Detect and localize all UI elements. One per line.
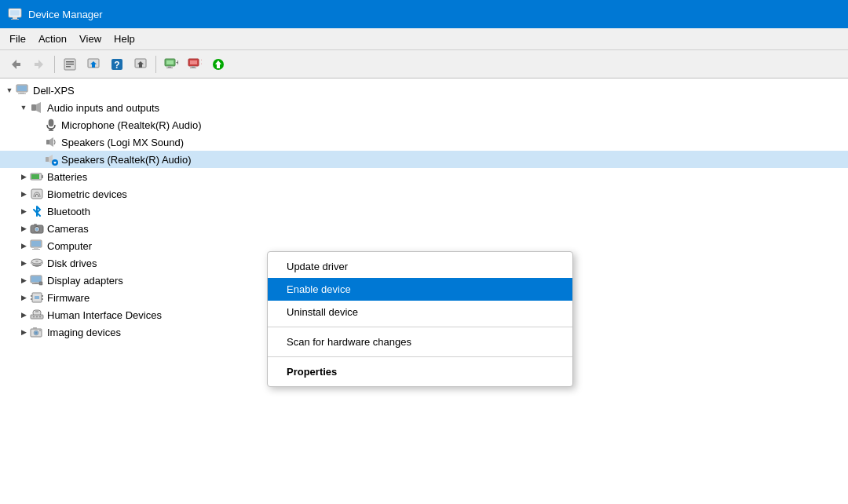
expand-hid[interactable]: ▶ xyxy=(17,309,30,321)
expand-biometric[interactable]: ▶ xyxy=(17,188,30,200)
svg-rect-65 xyxy=(39,282,42,285)
audio-icon xyxy=(30,100,44,115)
svg-rect-71 xyxy=(35,296,39,299)
imaging-label: Imaging devices xyxy=(47,327,121,338)
toolbar-sep-2 xyxy=(155,56,156,73)
svg-rect-20 xyxy=(166,68,173,68)
svg-marker-34 xyxy=(36,102,41,113)
tree-audio-group[interactable]: ▼ Audio inputs and outputs xyxy=(0,99,848,116)
svg-rect-18 xyxy=(166,60,174,64)
svg-point-75 xyxy=(33,316,35,318)
svg-rect-19 xyxy=(168,66,171,68)
svg-rect-7 xyxy=(66,61,74,63)
svg-rect-25 xyxy=(190,68,196,68)
svg-point-50 xyxy=(35,228,38,231)
svg-rect-40 xyxy=(46,157,49,162)
svg-rect-63 xyxy=(35,283,38,283)
ctx-scan-hardware[interactable]: Scan for hardware changes xyxy=(268,331,572,353)
svg-rect-16 xyxy=(139,64,142,68)
tree-cameras[interactable]: ▶ Cameras xyxy=(0,220,848,237)
biometric-icon xyxy=(30,187,44,201)
ctx-properties[interactable]: Properties xyxy=(268,360,572,383)
toolbar: ? + ✕ xyxy=(0,50,848,79)
ctx-sep-2 xyxy=(268,356,572,357)
svg-marker-39 xyxy=(49,137,53,147)
menu-help[interactable]: Help xyxy=(108,31,141,47)
tree-bluetooth[interactable]: ▶ Bluetooth xyxy=(0,203,848,220)
camera-icon xyxy=(30,221,44,236)
tree-batteries[interactable]: ▶ Batteries xyxy=(0,168,848,185)
menu-view[interactable]: View xyxy=(73,31,108,47)
title-bar: Device Manager xyxy=(0,0,848,28)
battery-icon xyxy=(30,170,44,184)
ctx-uninstall-device[interactable]: Uninstall device xyxy=(268,301,572,323)
expand-computer[interactable]: ▶ xyxy=(17,239,30,252)
properties-button[interactable] xyxy=(59,54,81,75)
svg-rect-8 xyxy=(66,64,74,65)
imaging-icon xyxy=(30,325,44,339)
svg-rect-79 xyxy=(33,327,37,329)
tree-speaker-logi[interactable]: ▶ Speakers (Logi MX Sound) xyxy=(0,133,848,151)
menu-file[interactable]: File xyxy=(3,31,32,47)
svg-rect-31 xyxy=(20,92,24,93)
scan-button[interactable] xyxy=(130,54,152,75)
speaker-realtek-label: Speakers (Realtek(R) Audio) xyxy=(61,154,191,166)
main-content: ▼ Dell-XPS ▼ Audio inputs and outputs ▶ xyxy=(0,79,848,504)
firmware-icon xyxy=(30,290,44,305)
svg-rect-30 xyxy=(17,86,27,91)
context-menu: Update driver Enable device Uninstall de… xyxy=(267,251,573,387)
cameras-label: Cameras xyxy=(47,223,89,235)
ctx-update-driver[interactable]: Update driver xyxy=(268,255,572,278)
biometric-label: Biometric devices xyxy=(47,188,127,200)
tree-mic[interactable]: ▶ Microphone (Realtek(R) Audio) xyxy=(0,116,848,133)
update-driver-button[interactable] xyxy=(82,54,104,75)
svg-rect-24 xyxy=(192,66,195,68)
bluetooth-label: Bluetooth xyxy=(47,206,90,217)
mic-label: Microphone (Realtek(R) Audio) xyxy=(61,119,201,131)
svg-point-76 xyxy=(36,316,38,318)
firmware-label: Firmware xyxy=(47,292,90,304)
svg-rect-1 xyxy=(10,10,20,16)
expand-display[interactable]: ▶ xyxy=(17,274,30,287)
back-button[interactable] xyxy=(5,54,27,75)
svg-rect-69 xyxy=(42,295,43,297)
svg-text:+: + xyxy=(176,59,178,67)
svg-point-77 xyxy=(39,316,41,318)
speaker-logi-label: Speakers (Logi MX Sound) xyxy=(61,137,184,148)
expand-bluetooth[interactable]: ▶ xyxy=(17,205,30,217)
speaker-logi-icon xyxy=(44,135,58,149)
expand-cameras[interactable]: ▶ xyxy=(17,222,30,235)
svg-rect-53 xyxy=(31,241,41,247)
disk-label: Disk drives xyxy=(47,257,97,269)
tree-biometric[interactable]: ▶ Biometric devices xyxy=(0,185,848,203)
menu-action[interactable]: Action xyxy=(32,31,73,47)
hid-icon xyxy=(30,308,44,322)
expand-batteries[interactable]: ▶ xyxy=(17,170,30,183)
svg-rect-70 xyxy=(42,298,43,300)
svg-rect-82 xyxy=(39,330,41,331)
svg-rect-23 xyxy=(190,60,197,64)
tree-root[interactable]: ▼ Dell-XPS xyxy=(0,82,848,99)
batteries-label: Batteries xyxy=(47,171,87,183)
expand-disk[interactable]: ▶ xyxy=(17,257,30,269)
help-button[interactable]: ? xyxy=(106,54,128,75)
forward-button[interactable] xyxy=(28,54,50,75)
expand-imaging[interactable]: ▶ xyxy=(17,326,30,338)
ctx-enable-device[interactable]: Enable device xyxy=(268,278,572,301)
svg-rect-2 xyxy=(13,17,17,19)
svg-text:✕: ✕ xyxy=(200,57,203,67)
expand-firmware[interactable]: ▶ xyxy=(17,291,30,304)
menu-bar: File Action View Help xyxy=(0,28,848,50)
expand-root[interactable]: ▼ xyxy=(3,84,16,97)
add-device-button[interactable]: + xyxy=(160,54,182,75)
root-label: Dell-XPS xyxy=(33,85,75,97)
svg-rect-46 xyxy=(31,174,39,179)
svg-point-60 xyxy=(35,261,38,262)
hid-label: Human Interface Devices xyxy=(47,309,162,321)
remove-device-button[interactable]: ✕ xyxy=(184,54,206,75)
expand-audio[interactable]: ▼ xyxy=(17,101,30,114)
svg-rect-64 xyxy=(32,283,40,284)
tree-speaker-realtek[interactable]: ▶ Speakers (Realtek(R) Audio) xyxy=(0,151,848,168)
display-label: Display adapters xyxy=(47,275,123,287)
update-button[interactable] xyxy=(207,54,229,75)
